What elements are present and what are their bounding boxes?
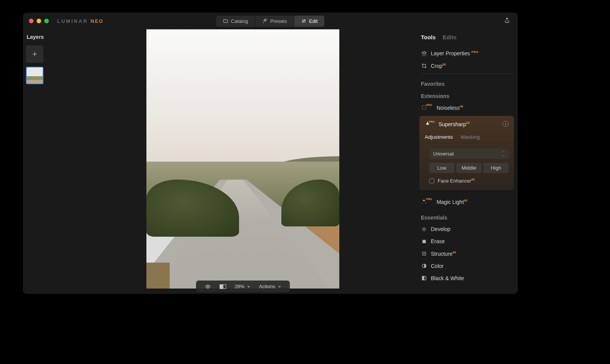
- svg-point-4: [207, 286, 209, 287]
- svg-point-11: [424, 252, 425, 253]
- tab-edits[interactable]: Edits: [443, 34, 457, 40]
- tool-label: Black & White: [431, 275, 464, 281]
- tools-panel: Tools Edits Layer Properties PRO Crop AI…: [417, 29, 518, 294]
- tool-color[interactable]: Color: [421, 260, 512, 272]
- subtab-adjustments[interactable]: Adjustments: [425, 134, 453, 140]
- section-essentials: Essentials: [421, 208, 512, 223]
- chevron-down-icon: [247, 285, 250, 289]
- actions-label: Actions: [259, 284, 275, 289]
- face-enhancer-label: Face Enhancer AI: [438, 178, 475, 184]
- supersharp-subtabs: Adjustments Masking: [419, 131, 514, 143]
- canvas-area: 28% Actions: [69, 29, 417, 294]
- tab-tools[interactable]: Tools: [421, 34, 436, 40]
- supersharp-panel: PRO Supersharp AI i Adjustments Masking …: [419, 116, 514, 190]
- tab-edit[interactable]: Edit: [294, 16, 324, 27]
- tab-catalog-label: Catalog: [231, 18, 248, 24]
- develop-icon: [421, 226, 427, 232]
- subtab-masking[interactable]: Masking: [461, 134, 480, 140]
- section-favorites: Favorites: [421, 77, 512, 89]
- traffic-lights: [29, 19, 49, 23]
- face-enhancer-checkbox[interactable]: Face Enhancer AI: [429, 178, 509, 184]
- divider: [421, 74, 512, 74]
- tool-develop[interactable]: Develop: [421, 223, 512, 235]
- tool-black-white[interactable]: Black & White: [421, 272, 512, 284]
- section-extensions: Extensions: [421, 89, 512, 101]
- tool-label: Erase: [431, 238, 445, 244]
- supersharp-body: Universal ⌃⌄ Low Middle High Face Enhanc…: [419, 143, 514, 190]
- tool-label: Develop: [431, 226, 450, 232]
- layers-panel: Layers: [23, 29, 69, 294]
- updown-icon: ⌃⌄: [502, 152, 505, 156]
- tool-label: Color: [431, 263, 443, 269]
- tool-label: Layer Properties PRO: [431, 50, 478, 56]
- preview-toggle[interactable]: [204, 284, 211, 289]
- share-icon: [504, 17, 510, 24]
- image-canvas[interactable]: [146, 29, 339, 289]
- layers-title: Layers: [26, 34, 66, 40]
- tool-crop[interactable]: Crop AI: [421, 59, 512, 72]
- svg-point-2: [304, 20, 305, 21]
- eye-icon: [204, 284, 211, 289]
- sliders-icon: [301, 18, 307, 24]
- mode-switcher: Catalog Presets Edit: [216, 16, 324, 27]
- tool-erase[interactable]: Erase: [421, 235, 512, 247]
- color-icon: [421, 263, 427, 269]
- svg-point-15: [425, 253, 426, 254]
- tool-structure[interactable]: Structure AI: [421, 247, 512, 260]
- folder-icon: [223, 18, 228, 24]
- checkbox-icon: [429, 178, 434, 183]
- tool-label: Structure AI: [431, 250, 456, 257]
- tool-label: Noiseless AI: [437, 104, 463, 111]
- svg-point-3: [302, 21, 303, 22]
- main-body: Layers: [23, 29, 518, 294]
- tool-label: Crop AI: [431, 63, 446, 69]
- share-button[interactable]: [504, 17, 510, 25]
- compare-icon: [220, 284, 226, 289]
- svg-point-16: [422, 255, 423, 256]
- preset-select[interactable]: Universal ⌃⌄: [429, 149, 509, 159]
- sparkle-icon: [262, 18, 268, 24]
- panel-tabs: Tools Edits: [421, 34, 512, 40]
- app-logo: LUMINAR NEO: [57, 18, 104, 24]
- actions-menu[interactable]: Actions: [259, 284, 281, 289]
- tool-layer-properties[interactable]: Layer Properties PRO: [421, 47, 512, 59]
- zoom-value: 28%: [234, 284, 244, 289]
- structure-icon: [421, 251, 427, 257]
- preset-value: Universal: [433, 151, 454, 157]
- svg-rect-5: [422, 106, 426, 109]
- zoom-level[interactable]: 28%: [234, 284, 250, 289]
- app-window: LUMINAR NEO Catalog Presets Edit L: [23, 13, 518, 294]
- layer-thumbnail[interactable]: [26, 67, 43, 84]
- crop-icon: [421, 63, 427, 69]
- add-layer-button[interactable]: [26, 45, 43, 63]
- tool-supersharp[interactable]: PRO Supersharp AI i: [419, 116, 514, 131]
- tool-label: Supersharp AI: [438, 121, 469, 127]
- svg-point-8: [423, 228, 425, 230]
- svg-point-7: [422, 203, 422, 203]
- svg-point-12: [425, 252, 426, 253]
- titlebar: LUMINAR NEO Catalog Presets Edit: [23, 13, 518, 29]
- minimize-window-button[interactable]: [37, 19, 41, 23]
- intensity-high[interactable]: High: [483, 163, 509, 173]
- tool-noiseless[interactable]: PRO Noiseless AI: [421, 101, 512, 114]
- tab-presets[interactable]: Presets: [255, 16, 294, 27]
- svg-point-6: [425, 202, 426, 203]
- maximize-window-button[interactable]: [44, 19, 49, 23]
- tool-magic-light[interactable]: PRO Magic Light AI: [421, 196, 512, 208]
- tab-catalog[interactable]: Catalog: [216, 16, 255, 27]
- svg-rect-21: [422, 276, 424, 280]
- chevron-down-icon: [278, 285, 281, 289]
- svg-point-18: [425, 255, 426, 256]
- tool-label: Magic Light AI: [437, 199, 467, 205]
- svg-point-17: [424, 255, 425, 256]
- info-button[interactable]: i: [502, 121, 509, 127]
- intensity-low[interactable]: Low: [429, 163, 454, 173]
- svg-point-13: [422, 253, 423, 254]
- intensity-middle[interactable]: Middle: [456, 163, 482, 173]
- close-window-button[interactable]: [29, 19, 34, 23]
- layers-icon: [421, 51, 427, 56]
- compare-toggle[interactable]: [220, 284, 226, 289]
- bw-icon: [421, 275, 427, 281]
- svg-point-1: [263, 22, 263, 23]
- tab-presets-label: Presets: [270, 18, 287, 24]
